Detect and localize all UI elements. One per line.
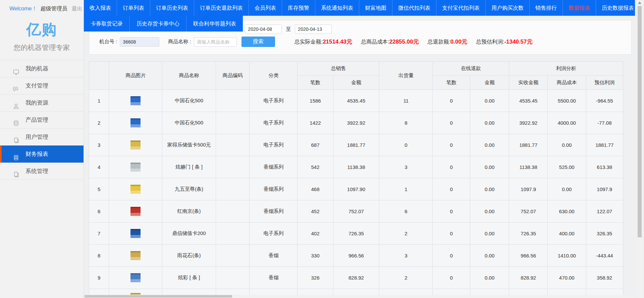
brand-tagline: 您的机器管理专家 — [0, 43, 84, 52]
nav-item-5[interactable]: 会员列表 — [249, 0, 282, 16]
product-image — [130, 251, 141, 260]
cell-sales-count: 468 — [298, 178, 333, 200]
sidebar-item-3[interactable]: 我的资源 — [0, 94, 84, 111]
sidebar-item-6[interactable]: 财务报表 — [0, 145, 84, 163]
nav-item-9[interactable]: 微信代扣列表 — [392, 0, 436, 16]
sidebar-item-label: 我的资源 — [25, 95, 48, 111]
cell-refund-count: 0 — [433, 156, 470, 178]
cell-refund-amount: 0.00 — [470, 223, 509, 245]
cell-image — [109, 223, 162, 245]
header-product-code: 商品编码 — [216, 62, 250, 90]
nav-item-1[interactable]: 收入报表 — [84, 0, 117, 16]
cell-name: 炫彩 [ 条 ] — [162, 267, 216, 289]
product-image — [130, 207, 141, 216]
header-received: 实收金额 — [509, 76, 548, 90]
cell-index: 3 — [89, 134, 109, 156]
cell-est-profit: -964.55 — [586, 90, 623, 112]
table-row: 7鼎信储值卡200电子系列402726.35200.00726.35400.00… — [89, 223, 623, 245]
table-row: 1中国石化500电子系列15864535.451100.004535.45550… — [89, 90, 623, 112]
cell-index: 6 — [89, 200, 109, 223]
machine-id-input[interactable] — [120, 37, 159, 47]
sidebar: Welcome！ 超级管理员 退出 亿购 您的机器管理专家 我的机器支付管理我的… — [0, 0, 84, 298]
cell-image — [109, 267, 162, 289]
sidebar-item-1[interactable]: 我的机器 — [0, 60, 84, 77]
cell-refund-amount: 0.00 — [470, 245, 509, 267]
sidebar-item-7[interactable]: 系统管理 — [0, 163, 84, 180]
search-button[interactable]: 搜索 — [241, 37, 275, 47]
sidebar-item-4[interactable]: 产品管理 — [0, 111, 84, 128]
table-row: 5九五至尊(条)香烟系列4681097.90100.001097.90.0010… — [89, 178, 623, 200]
cell-category: 电子系列 — [250, 112, 298, 134]
horizontal-scrollbar[interactable] — [84, 295, 635, 298]
cell-shipment: 2 — [379, 223, 433, 245]
cell-code — [216, 134, 250, 156]
subnav-item-2[interactable]: 历史存货卡券中心 — [130, 16, 186, 32]
cell-shipment: 3 — [379, 156, 433, 178]
summary-item-3: 总退款额:0.00元 — [427, 38, 467, 46]
cell-cost: 1410.00 — [548, 245, 586, 267]
cell-received: 726.35 — [509, 223, 548, 245]
subnav-item-3[interactable]: 联合利华答题列表 — [186, 16, 243, 32]
report-table: 商品图片 商品名称 商品编码 分类 总销售 出货量 在线退款 利润分析 笔数 金… — [89, 61, 623, 295]
nav-item-6[interactable]: 库存预警 — [282, 0, 315, 16]
nav-item-10[interactable]: 支付宝代扣列表 — [436, 0, 486, 16]
sidebar-menu: 我的机器支付管理我的资源产品管理用户管理财务报表系统管理 — [0, 60, 84, 180]
cell-sales-count: 542 — [298, 156, 333, 178]
date-to-input[interactable] — [295, 24, 332, 34]
cell-received: 1138.38 — [509, 156, 548, 178]
cell-refund-count: 0 — [433, 178, 470, 200]
header-refund-count: 笔数 — [433, 76, 470, 90]
summary-value: 22855.00元 — [389, 39, 419, 45]
sidebar-item-label: 我的机器 — [25, 60, 48, 77]
cell-image — [109, 178, 162, 200]
nav-item-11[interactable]: 用户购买次数 — [486, 0, 530, 16]
sidebar-item-label: 系统管理 — [25, 163, 48, 180]
cell-cost: 400.00 — [548, 223, 586, 245]
table-row: 3家得乐储值卡500元电子系列6871881.77000.001881.770.… — [89, 134, 623, 156]
product-image — [130, 140, 141, 150]
nav-item-13[interactable]: 数据报表 — [563, 0, 596, 16]
cell-category: 香烟 — [250, 245, 298, 267]
report-table-header: 商品图片 商品名称 商品编码 分类 总销售 出货量 在线退款 利润分析 笔数 金… — [89, 62, 623, 90]
product-name-input[interactable] — [194, 37, 237, 47]
cell-index: 9 — [89, 267, 109, 289]
machine-label: 机台号 : — [99, 39, 117, 45]
table-row: 9炫彩 [ 条 ]香烟326828.92200.00828.92470.0035… — [89, 267, 623, 289]
cell-index: 4 — [89, 156, 109, 178]
cell-cost: 0.00 — [548, 178, 586, 200]
nav-item-8[interactable]: 财富地图 — [359, 0, 392, 16]
cell-category: 香烟系列 — [250, 200, 298, 223]
cell-shipment: 2 — [379, 267, 433, 289]
report-table-body: 1中国石化500电子系列15864535.451100.004535.45550… — [89, 90, 623, 296]
cell-name: 家得乐储值卡500元 — [162, 134, 216, 156]
sidebar-item-2[interactable]: 支付管理 — [0, 77, 84, 94]
layers-icon — [13, 151, 19, 158]
date-from-input[interactable] — [245, 24, 282, 34]
summary-item-2: 总商品成本:22855.00元 — [361, 38, 419, 46]
document-icon — [13, 134, 19, 140]
vertical-scrollbar-track[interactable] — [637, 0, 642, 298]
nav-item-3[interactable]: 订单历史列表 — [150, 0, 194, 16]
cell-name: 鼎信储值卡200 — [162, 223, 216, 245]
subnav-item-1[interactable]: 卡券取货记录 — [84, 16, 130, 32]
scroll-up-arrow-icon[interactable] — [638, 1, 641, 4]
cell-refund-amount: 0.00 — [470, 178, 509, 200]
nav-item-14[interactable]: 历史数据报表 — [596, 0, 640, 16]
logout-link[interactable]: 退出 — [71, 6, 82, 11]
nav-item-4[interactable]: 订单历史退款列表 — [194, 0, 249, 16]
nav-item-12[interactable]: 销售排行 — [530, 0, 563, 16]
nav-item-2[interactable]: 订单列表 — [117, 0, 150, 16]
header-shipment: 出货量 — [379, 62, 433, 90]
vertical-scrollbar[interactable] — [635, 0, 644, 298]
cell-sales-count: 402 — [298, 223, 333, 245]
horizontal-scrollbar-thumb[interactable] — [85, 295, 232, 298]
cell-code — [216, 178, 250, 200]
cell-category: 电子系列 — [250, 134, 298, 156]
nav-item-7[interactable]: 系统通知列表 — [315, 0, 359, 16]
sidebar-item-5[interactable]: 用户管理 — [0, 128, 84, 145]
cell-shipment: 8 — [379, 112, 433, 134]
vertical-scrollbar-thumb[interactable] — [638, 6, 642, 237]
cell-code — [216, 200, 250, 223]
table-row: 2中国石化500电子系列14223922.92800.003922.924000… — [89, 112, 623, 134]
cell-image — [109, 112, 162, 134]
